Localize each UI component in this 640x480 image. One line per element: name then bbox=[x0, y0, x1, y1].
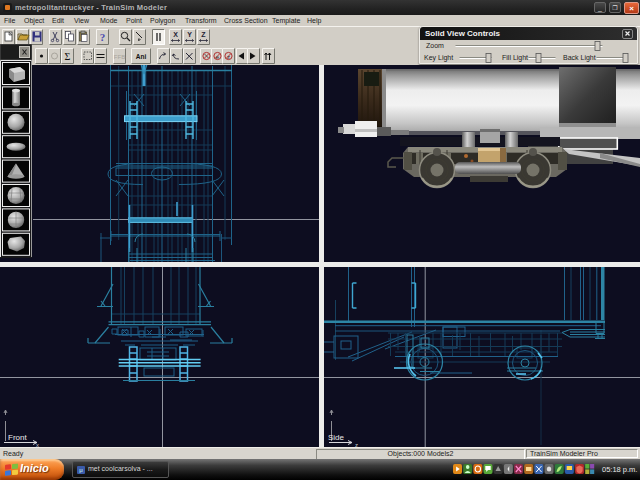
svg-text:FFB: FFB bbox=[114, 54, 125, 60]
svg-text:05:18 p.m.: 05:18 p.m. bbox=[602, 465, 637, 474]
svg-text:Zoom: Zoom bbox=[426, 42, 444, 49]
svg-text:Ani: Ani bbox=[136, 53, 147, 60]
svg-text:Σ: Σ bbox=[65, 51, 71, 62]
svg-text:Front: Front bbox=[8, 433, 27, 442]
svg-text:Key Light: Key Light bbox=[424, 54, 453, 62]
svg-text:z: z bbox=[227, 54, 230, 60]
svg-text:Back Light: Back Light bbox=[563, 54, 596, 62]
svg-text:Fill Light: Fill Light bbox=[502, 54, 528, 62]
svg-text:X: X bbox=[173, 31, 178, 38]
svg-text:?: ? bbox=[100, 31, 106, 43]
svg-text:Z: Z bbox=[201, 31, 206, 38]
svg-text:Side: Side bbox=[328, 433, 345, 442]
svg-text:Y: Y bbox=[187, 31, 192, 38]
